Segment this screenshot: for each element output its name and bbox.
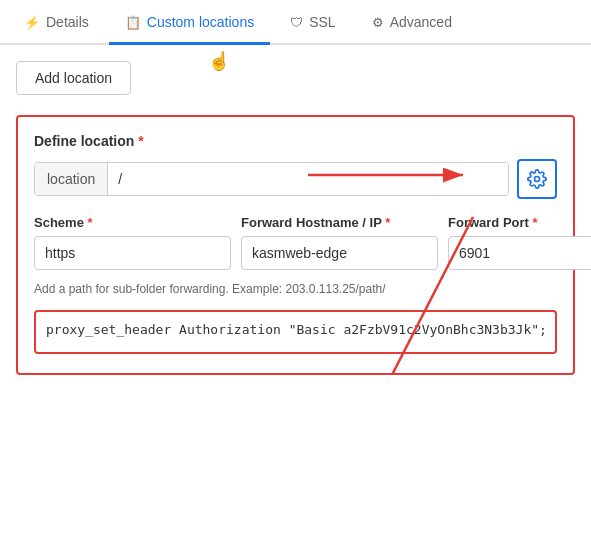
scheme-input[interactable]	[34, 236, 231, 270]
page-content: Add location Define location * location	[0, 45, 591, 391]
helper-text: Add a path for sub-folder forwarding. Ex…	[34, 280, 557, 298]
custom-locations-icon: 📋	[125, 15, 141, 30]
tab-details[interactable]: ⚡ Details	[8, 0, 105, 45]
advanced-icon: ⚙	[372, 15, 384, 30]
svg-point-0	[535, 177, 540, 182]
tab-custom-locations[interactable]: 📋 Custom locations	[109, 0, 270, 45]
ssl-icon: 🛡	[290, 15, 303, 30]
settings-button[interactable]	[517, 159, 557, 199]
location-prefix: location	[35, 163, 108, 195]
scheme-label: Scheme *	[34, 215, 231, 230]
add-location-button[interactable]: Add location	[16, 61, 131, 95]
gear-icon	[527, 169, 547, 189]
three-fields-row: Scheme * Forward Hostname / IP * Forward…	[34, 215, 557, 270]
hostname-input[interactable]	[241, 236, 438, 270]
location-card: Define location * location	[16, 115, 575, 375]
define-location-label: Define location *	[34, 133, 557, 149]
tab-advanced[interactable]: ⚙ Advanced	[356, 0, 468, 45]
tab-bar: ⚡ Details 📋 Custom locations 🛡 SSL ⚙ Adv…	[0, 0, 591, 45]
required-star: *	[138, 133, 143, 149]
custom-header-input[interactable]: proxy_set_header Authorization "Basic a2…	[34, 310, 557, 354]
hostname-label: Forward Hostname / IP *	[241, 215, 438, 230]
hostname-field-group: Forward Hostname / IP *	[241, 215, 438, 270]
port-input[interactable]	[448, 236, 591, 270]
tab-ssl[interactable]: 🛡 SSL	[274, 0, 351, 45]
scheme-field-group: Scheme *	[34, 215, 231, 270]
port-label: Forward Port *	[448, 215, 591, 230]
details-icon: ⚡	[24, 15, 40, 30]
location-path-input[interactable]	[108, 163, 508, 195]
location-prefix-input-group: location	[34, 162, 509, 196]
define-location-row: location	[34, 159, 557, 199]
port-field-group: Forward Port *	[448, 215, 591, 270]
